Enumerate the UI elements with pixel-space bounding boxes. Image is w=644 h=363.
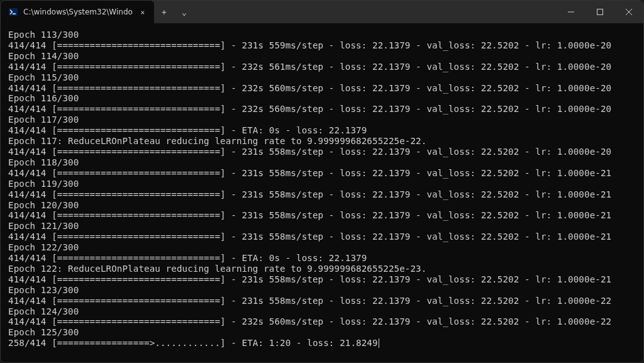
terminal-output[interactable]: Epoch 113/300414/414 [==================… [1, 23, 643, 362]
minimize-button[interactable] [557, 1, 586, 23]
output-line: 414/414 [==============================]… [8, 274, 636, 285]
active-tab[interactable]: C:\windows\System32\Windo ✕ [1, 1, 154, 23]
output-line: Epoch 116/300 [8, 93, 636, 104]
output-line: 414/414 [==============================]… [8, 40, 636, 51]
maximize-button[interactable] [586, 1, 614, 23]
output-line: Epoch 122/300 [8, 242, 636, 253]
output-line: Epoch 121/300 [8, 221, 636, 232]
output-line: Epoch 119/300 [8, 179, 636, 189]
tab-dropdown-button[interactable]: ⌄ [174, 1, 194, 23]
output-line: Epoch 114/300 [8, 51, 636, 62]
tab-title: C:\windows\System32\Windo [23, 8, 133, 16]
output-line: Epoch 117: ReduceLROnPlateau reducing le… [8, 136, 636, 147]
output-line: 414/414 [==============================]… [8, 210, 636, 221]
output-line: Epoch 122: ReduceLROnPlateau reducing le… [8, 264, 636, 274]
output-line: Epoch 120/300 [8, 200, 636, 211]
titlebar-left: C:\windows\System32\Windo ✕ + ⌄ [1, 1, 194, 23]
output-line: 414/414 [==============================]… [8, 147, 636, 157]
titlebar: C:\windows\System32\Windo ✕ + ⌄ [1, 1, 643, 23]
output-line: 414/414 [==============================]… [8, 296, 636, 306]
tab-close-button[interactable]: ✕ [138, 7, 148, 17]
output-line: Epoch 125/300 [8, 327, 636, 338]
output-line: 414/414 [==============================]… [8, 168, 636, 179]
output-line: 414/414 [==============================]… [8, 232, 636, 242]
output-line: 414/414 [==============================]… [8, 83, 636, 94]
output-line: Epoch 123/300 [8, 285, 636, 296]
window-controls [557, 1, 643, 23]
output-line: Epoch 118/300 [8, 157, 636, 168]
close-button[interactable] [614, 1, 643, 23]
output-line: 258/414 [=================>............]… [8, 338, 636, 349]
output-line: 414/414 [==============================]… [8, 104, 636, 114]
cursor [379, 338, 379, 348]
output-line: Epoch 113/300 [8, 30, 636, 40]
svg-rect-3 [597, 9, 603, 15]
powershell-icon [8, 7, 18, 17]
output-line: 414/414 [==============================]… [8, 253, 636, 264]
output-line: Epoch 117/300 [8, 114, 636, 125]
output-line: Epoch 115/300 [8, 72, 636, 83]
new-tab-button[interactable]: + [154, 1, 174, 23]
output-line: 414/414 [==============================]… [8, 189, 636, 200]
output-line: Epoch 124/300 [8, 306, 636, 317]
output-line: 414/414 [==============================]… [8, 316, 636, 327]
output-line: 414/414 [==============================]… [8, 125, 636, 136]
output-line: 414/414 [==============================]… [8, 62, 636, 72]
svg-rect-0 [9, 8, 18, 16]
